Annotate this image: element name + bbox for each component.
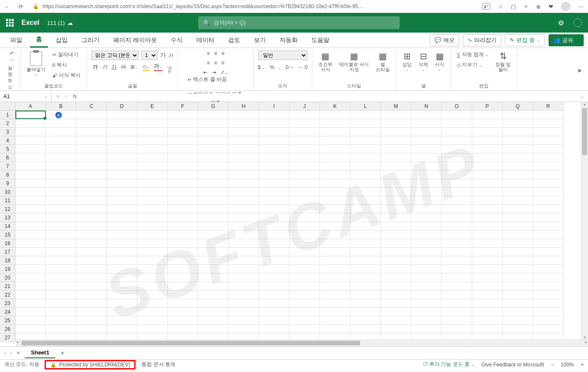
cell[interactable] (350, 162, 381, 171)
favorite-icon[interactable]: ☆ (498, 3, 503, 10)
cell[interactable] (350, 196, 381, 205)
cell[interactable] (381, 196, 411, 205)
cell[interactable] (350, 248, 381, 256)
row-header[interactable]: 20 (0, 273, 15, 282)
cell[interactable] (350, 299, 381, 308)
cell[interactable] (46, 171, 76, 179)
cell[interactable] (259, 325, 289, 333)
cell[interactable] (472, 291, 503, 299)
cell[interactable] (289, 179, 320, 188)
cell[interactable] (472, 299, 503, 308)
cell[interactable] (76, 291, 107, 299)
cell[interactable] (76, 213, 107, 222)
ribbon-overflow-icon[interactable]: ▶ (576, 50, 585, 90)
cell[interactable] (320, 256, 350, 265)
cell[interactable] (442, 256, 472, 265)
cell[interactable] (229, 222, 259, 231)
cell[interactable] (442, 273, 472, 282)
cell[interactable] (320, 316, 350, 325)
cell[interactable] (76, 248, 107, 256)
cell[interactable] (46, 153, 76, 162)
cell[interactable] (381, 145, 411, 153)
cell[interactable] (137, 196, 168, 205)
cell[interactable] (46, 213, 76, 222)
cell[interactable] (350, 153, 381, 162)
cell[interactable] (15, 265, 46, 273)
cell[interactable] (46, 222, 76, 231)
bold-button[interactable]: 가 (93, 63, 98, 71)
col-header[interactable]: N (411, 102, 442, 111)
cell[interactable] (229, 316, 259, 325)
cell[interactable] (289, 205, 320, 213)
cell[interactable] (411, 282, 442, 291)
cell[interactable] (411, 196, 442, 205)
cell[interactable] (46, 145, 76, 153)
cell[interactable] (503, 291, 533, 299)
cell[interactable] (411, 222, 442, 231)
align-center-icon[interactable]: ≡ (214, 60, 217, 66)
dec-decimal-icon[interactable]: ←.0 (298, 64, 308, 70)
cell[interactable] (46, 299, 76, 308)
cell[interactable] (533, 248, 564, 256)
border-button[interactable]: ⊞⌄ (130, 64, 138, 70)
cell[interactable] (350, 273, 381, 282)
col-header[interactable]: I (259, 102, 289, 111)
cell[interactable] (107, 111, 137, 119)
col-header[interactable]: C (76, 102, 107, 111)
cell[interactable] (442, 205, 472, 213)
sheet-prev-icon[interactable]: ‹ (4, 350, 6, 356)
cell[interactable] (137, 188, 168, 196)
cell[interactable] (198, 188, 229, 196)
cell[interactable] (472, 282, 503, 291)
row-header[interactable]: 24 (0, 308, 15, 316)
row-header[interactable]: 18 (0, 256, 15, 265)
cell[interactable] (381, 119, 411, 128)
cell-styles-button[interactable]: ▦셀 스타일 (374, 51, 392, 73)
cell[interactable] (137, 291, 168, 299)
sort-filter-button[interactable]: ⇅정렬 및 필터 (494, 51, 513, 73)
row-header[interactable]: 3 (0, 128, 15, 136)
cell[interactable] (168, 196, 198, 205)
account-icon[interactable] (573, 18, 582, 27)
cell[interactable] (442, 179, 472, 188)
cell[interactable] (259, 316, 289, 325)
cell[interactable] (411, 231, 442, 239)
align-middle-icon[interactable]: ≡ (214, 51, 217, 57)
number-format-select[interactable]: 일반 (258, 51, 308, 60)
cell[interactable] (198, 316, 229, 325)
cell[interactable] (229, 162, 259, 171)
cell[interactable] (533, 153, 564, 162)
cell[interactable] (442, 248, 472, 256)
delete-cells-button[interactable]: ⊟삭제⌄ (417, 51, 430, 73)
cell[interactable] (259, 188, 289, 196)
cell[interactable] (442, 265, 472, 273)
cell[interactable] (76, 256, 107, 265)
cell[interactable] (107, 248, 137, 256)
cell[interactable] (229, 136, 259, 145)
phonetic-button[interactable]: 내천 (167, 63, 172, 71)
cell[interactable] (381, 128, 411, 136)
cell[interactable] (503, 316, 533, 325)
undo-icon[interactable]: ↶ (10, 51, 14, 57)
cell[interactable] (259, 239, 289, 248)
cell[interactable] (320, 119, 350, 128)
cell[interactable] (168, 171, 198, 179)
cell[interactable] (503, 231, 533, 239)
cell[interactable] (381, 291, 411, 299)
cell[interactable] (381, 111, 411, 119)
cell[interactable] (198, 248, 229, 256)
row-header[interactable]: 19 (0, 265, 15, 273)
cell[interactable] (350, 308, 381, 316)
strike-button[interactable]: 가 (121, 63, 126, 71)
cell[interactable] (259, 248, 289, 256)
cell[interactable] (107, 333, 137, 339)
cell[interactable] (289, 291, 320, 299)
horizontal-scrollbar[interactable]: ◂ ▸ (15, 339, 588, 346)
row-header[interactable]: 21 (0, 282, 15, 291)
cell[interactable] (533, 282, 564, 291)
format-as-table-button[interactable]: ▦테이블로 서식 지정 (338, 51, 371, 73)
cell[interactable] (15, 196, 46, 205)
cell[interactable] (289, 145, 320, 153)
cell[interactable] (442, 188, 472, 196)
cell[interactable] (168, 273, 198, 282)
